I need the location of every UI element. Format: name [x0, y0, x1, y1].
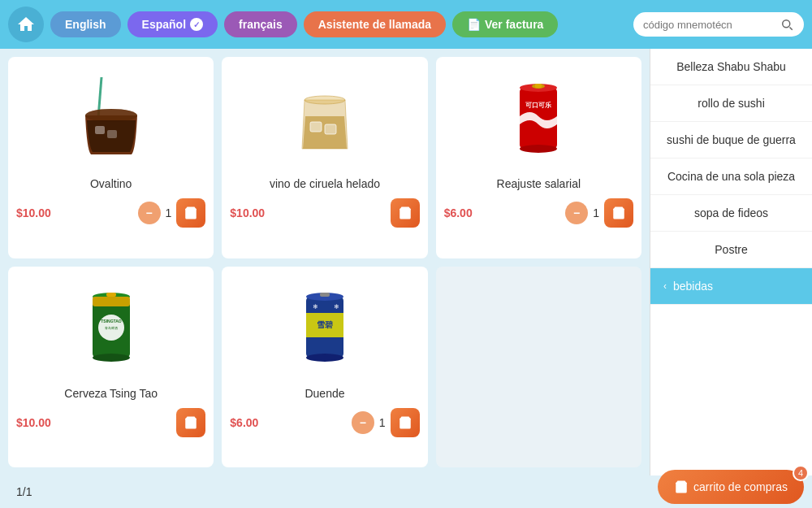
call-assistant-button[interactable]: Asistente de llamada — [304, 11, 446, 37]
product-card-vino: vino de ciruela helado $10.00 — [222, 57, 427, 258]
cart-add-reajuste[interactable] — [604, 198, 633, 228]
document-icon: 📄 — [467, 18, 481, 31]
product-footer-vino: $10.00 — [230, 198, 419, 228]
product-price-ovaltino: $10.00 — [16, 206, 51, 219]
svg-point-19 — [93, 354, 130, 362]
svg-text:雪碧: 雪碧 — [317, 320, 333, 329]
product-price-duende: $6.00 — [230, 416, 258, 429]
svg-rect-20 — [93, 297, 130, 306]
cart-label: carrito de compras — [693, 480, 788, 493]
invoice-button[interactable]: 📄 Ver factura — [452, 11, 558, 37]
product-card-cerveza: TSINGTAO 青岛啤酒 Cerveza Tsing Tao $10.00 — [8, 267, 214, 468]
cart-add-ovaltino[interactable] — [176, 198, 205, 228]
product-image-reajuste: 可口可乐 — [444, 65, 633, 171]
lang-espanol-button[interactable]: Español ✓ — [127, 11, 218, 37]
search-icon — [780, 17, 794, 32]
product-name-ovaltino: Ovaltino — [90, 177, 132, 190]
cart-icon — [674, 480, 689, 494]
svg-rect-6 — [310, 122, 322, 132]
svg-text:TSINGTAO: TSINGTAO — [101, 319, 122, 323]
page-indicator: 1/1 — [8, 482, 40, 501]
search-input[interactable] — [643, 19, 773, 31]
product-price-cerveza: $10.00 — [16, 416, 51, 429]
svg-text:❄: ❄ — [313, 303, 318, 310]
product-footer-duende: $6.00 − 1 — [230, 408, 419, 437]
qty-controls-ovaltino: − 1 — [138, 198, 206, 228]
header: English Español ✓ français Asistente de … — [0, 0, 812, 49]
main-content: Ovaltino $10.00 − 1 — [0, 49, 812, 475]
svg-rect-7 — [325, 124, 336, 134]
svg-text:可口可乐: 可口可乐 — [525, 101, 551, 109]
svg-point-28 — [306, 354, 343, 362]
product-card-duende: 雪碧 ❄ ❄ Duende $6.00 − 1 — [222, 267, 427, 468]
qty-value-ovaltino: 1 — [166, 206, 172, 219]
svg-rect-30 — [320, 293, 330, 297]
sidebar-item-bebidas[interactable]: ‹ bebidas — [650, 268, 812, 305]
svg-point-8 — [304, 96, 345, 104]
sidebar-item-sushi-buque[interactable]: sushi de buque de guerra — [650, 122, 812, 158]
product-name-reajuste: Reajuste salarial — [497, 177, 581, 190]
qty-controls-duende: − 1 — [352, 408, 420, 437]
svg-rect-4 — [107, 130, 117, 138]
cart-add-cerveza[interactable] — [176, 408, 205, 437]
cart-button[interactable]: carrito de compras 4 — [658, 470, 804, 504]
product-footer-ovaltino: $10.00 − 1 — [16, 198, 205, 228]
bottom-content-bar: 1/1 carrito de compras 4 — [0, 475, 812, 508]
product-footer-cerveza: $10.00 — [16, 408, 205, 437]
cart-add-vino[interactable] — [391, 198, 420, 228]
product-card-ovaltino: Ovaltino $10.00 − 1 — [8, 57, 214, 258]
product-grid: Ovaltino $10.00 − 1 — [0, 49, 650, 475]
sidebar-item-sopa[interactable]: sopa de fideos — [650, 195, 812, 232]
lang-english-button[interactable]: English — [50, 11, 121, 37]
product-price-reajuste: $6.00 — [444, 206, 473, 219]
lang-francais-button[interactable]: français — [224, 11, 297, 37]
svg-point-2 — [85, 109, 137, 122]
search-container — [633, 12, 804, 37]
category-sidebar: Belleza Shabu Shabu rollo de sushi sushi… — [650, 49, 812, 475]
cart-badge: 4 — [793, 465, 809, 481]
product-footer-reajuste: $6.00 − 1 — [444, 198, 633, 228]
sidebar-item-bebidas-label: bebidas — [673, 280, 713, 293]
qty-value-duende: 1 — [379, 416, 386, 429]
sidebar-item-belleza[interactable]: Belleza Shabu Shabu — [650, 49, 812, 85]
svg-text:❄: ❄ — [334, 303, 339, 310]
lang-espanol-label: Español — [142, 18, 186, 31]
qty-minus-ovaltino[interactable]: − — [138, 202, 161, 224]
sidebar-chevron-icon: ‹ — [663, 280, 667, 292]
product-image-cerveza: TSINGTAO 青岛啤酒 — [16, 275, 205, 380]
product-card-reajuste: 可口可乐 Reajuste salarial $6.00 − 1 — [436, 57, 641, 258]
product-name-duende: Duende — [304, 387, 344, 400]
sidebar-item-cocina[interactable]: Cocina de una sola pieza — [650, 158, 812, 195]
product-image-vino — [230, 65, 419, 171]
svg-text:青岛啤酒: 青岛啤酒 — [105, 326, 118, 330]
cart-add-duende[interactable] — [391, 408, 420, 437]
home-button[interactable] — [8, 7, 44, 42]
svg-rect-24 — [106, 293, 116, 297]
invoice-label: Ver factura — [485, 18, 543, 31]
svg-point-12 — [520, 145, 557, 153]
product-name-cerveza: Cerveza Tsing Tao — [64, 387, 158, 400]
qty-minus-duende[interactable]: − — [352, 411, 374, 434]
product-card-empty — [436, 267, 641, 468]
qty-minus-reajuste[interactable]: − — [565, 202, 588, 224]
svg-rect-3 — [95, 126, 105, 134]
product-image-ovaltino — [16, 65, 205, 171]
product-name-vino: vino de ciruela helado — [270, 177, 380, 190]
product-price-vino: $10.00 — [230, 206, 265, 219]
check-icon: ✓ — [190, 18, 203, 31]
svg-rect-15 — [535, 84, 542, 88]
sidebar-item-postre[interactable]: Postre — [650, 232, 812, 268]
sidebar-item-rollo[interactable]: rollo de sushi — [650, 85, 812, 122]
qty-value-reajuste: 1 — [593, 206, 599, 219]
product-image-duende: 雪碧 ❄ ❄ — [230, 275, 419, 380]
qty-controls-reajuste: − 1 — [565, 198, 633, 228]
